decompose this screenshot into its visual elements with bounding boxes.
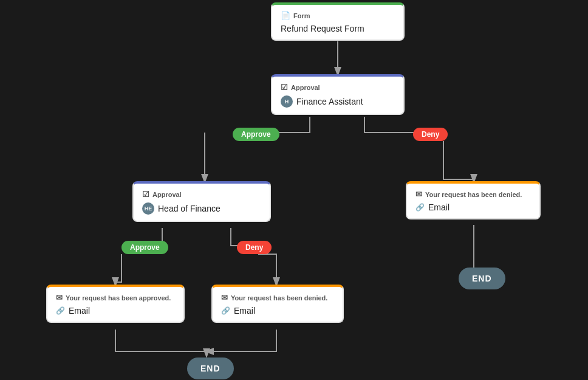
form-node: 📄 Form Refund Request Form	[271, 2, 405, 41]
form-node-title: 📄 Form	[281, 11, 395, 20]
email-denied2-icon: ✉	[221, 293, 228, 302]
approve-badge-2[interactable]: Approve	[121, 241, 168, 254]
approval2-node: ☑ Approval HE Head of Finance	[132, 181, 271, 222]
form-icon: 📄	[281, 11, 290, 20]
email-denied1-title: ✉ Your request has been denied.	[415, 190, 531, 199]
email-approved-icon: ✉	[56, 293, 63, 302]
email-approved-title: ✉ Your request has been approved.	[56, 293, 175, 302]
email-denied1-node: ✉ Your request has been denied. 🔗 Email	[406, 181, 541, 219]
approval1-content: H Finance Assistant	[281, 95, 395, 108]
deny-badge-1[interactable]: Deny	[413, 128, 448, 141]
end-node-right: END	[459, 268, 505, 289]
approval2-content: HE Head of Finance	[142, 202, 261, 215]
approval1-avatar: H	[281, 95, 293, 108]
approval2-icon: ☑	[142, 190, 149, 199]
deny-badge-2[interactable]: Deny	[237, 241, 272, 254]
approval1-title: ☑ Approval	[281, 83, 395, 92]
email-approved-content: 🔗 Email	[56, 306, 175, 316]
email-approved-node: ✉ Your request has been approved. 🔗 Emai…	[46, 285, 185, 323]
approve-badge-1[interactable]: Approve	[233, 128, 279, 141]
email-denied2-title: ✉ Your request has been denied.	[221, 293, 334, 302]
email-denied2-content: 🔗 Email	[221, 306, 334, 316]
email-denied1-content: 🔗 Email	[415, 202, 531, 212]
end-node-bottom: END	[187, 358, 234, 379]
email-denied2-node: ✉ Your request has been denied. 🔗 Email	[211, 285, 344, 323]
form-node-content: Refund Request Form	[281, 24, 395, 33]
approval2-avatar: HE	[142, 202, 154, 215]
approval1-node: ☑ Approval H Finance Assistant	[271, 74, 405, 115]
approval1-icon: ☑	[281, 83, 288, 92]
email-denied1-icon: ✉	[415, 190, 422, 199]
approval2-title: ☑ Approval	[142, 190, 261, 199]
